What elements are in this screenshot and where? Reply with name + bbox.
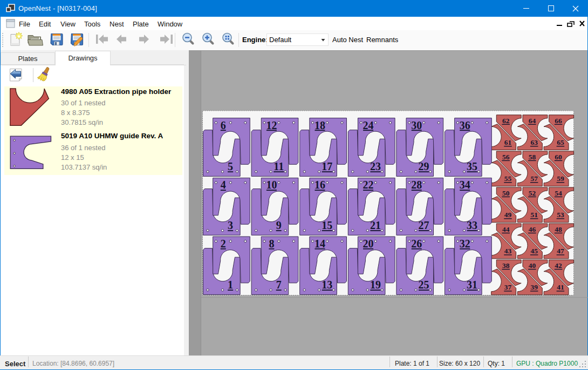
svg-text:62: 62 [502, 117, 510, 125]
svg-text:24: 24 [363, 119, 374, 131]
svg-text:56: 56 [502, 153, 510, 161]
svg-text:54: 54 [555, 189, 562, 197]
svg-text:17: 17 [322, 160, 332, 172]
svg-text:5: 5 [228, 160, 233, 172]
svg-text:35: 35 [467, 160, 477, 172]
svg-text:46: 46 [529, 225, 536, 233]
svg-text:61: 61 [504, 138, 512, 146]
svg-text:40: 40 [529, 261, 536, 270]
svg-text:20: 20 [363, 238, 374, 250]
svg-text:38: 38 [502, 261, 510, 270]
svg-text:12: 12 [266, 119, 277, 131]
svg-text:1: 1 [228, 279, 233, 291]
svg-text:49: 49 [504, 211, 512, 219]
svg-text:60: 60 [555, 153, 562, 161]
svg-text:14: 14 [314, 238, 325, 250]
svg-text:8: 8 [269, 238, 274, 250]
svg-text:4: 4 [221, 179, 226, 191]
svg-text:28: 28 [411, 179, 422, 191]
svg-text:19: 19 [370, 279, 381, 291]
svg-text:6: 6 [221, 119, 226, 131]
svg-text:41: 41 [557, 283, 564, 291]
svg-text:47: 47 [557, 247, 564, 255]
svg-text:52: 52 [529, 189, 536, 197]
svg-text:27: 27 [419, 219, 429, 231]
svg-text:29: 29 [419, 160, 429, 172]
svg-text:48: 48 [555, 225, 562, 233]
svg-text:21: 21 [370, 219, 381, 231]
svg-text:39: 39 [530, 283, 538, 291]
svg-text:13: 13 [322, 279, 332, 291]
svg-text:30: 30 [411, 119, 422, 131]
svg-text:50: 50 [502, 189, 510, 197]
svg-text:42: 42 [555, 261, 562, 270]
svg-text:66: 66 [555, 117, 562, 125]
svg-text:26: 26 [411, 238, 422, 250]
svg-text:45: 45 [530, 247, 538, 255]
svg-text:31: 31 [467, 279, 477, 291]
svg-text:9: 9 [276, 219, 282, 231]
svg-text:59: 59 [557, 174, 564, 183]
svg-text:16: 16 [314, 179, 325, 191]
svg-text:25: 25 [419, 279, 429, 291]
svg-text:3: 3 [228, 219, 233, 231]
svg-text:44: 44 [502, 225, 510, 233]
svg-text:63: 63 [530, 138, 538, 146]
svg-text:55: 55 [504, 174, 512, 183]
svg-text:10: 10 [266, 179, 277, 191]
svg-text:53: 53 [557, 211, 564, 219]
svg-text:23: 23 [370, 160, 381, 172]
svg-text:43: 43 [504, 247, 512, 255]
svg-text:33: 33 [467, 219, 477, 231]
svg-text:32: 32 [460, 238, 470, 250]
svg-text:34: 34 [460, 179, 470, 191]
svg-text:65: 65 [557, 138, 564, 146]
svg-text:22: 22 [363, 179, 374, 191]
svg-text:51: 51 [530, 211, 538, 219]
svg-text:36: 36 [460, 119, 470, 131]
svg-text:64: 64 [529, 117, 536, 125]
svg-text:7: 7 [276, 279, 282, 291]
svg-text:37: 37 [504, 283, 512, 291]
svg-text:15: 15 [322, 219, 332, 231]
svg-text:11: 11 [274, 160, 284, 172]
svg-text:57: 57 [530, 174, 538, 183]
svg-text:18: 18 [314, 119, 325, 131]
svg-text:2: 2 [221, 238, 226, 250]
svg-text:58: 58 [529, 153, 536, 161]
